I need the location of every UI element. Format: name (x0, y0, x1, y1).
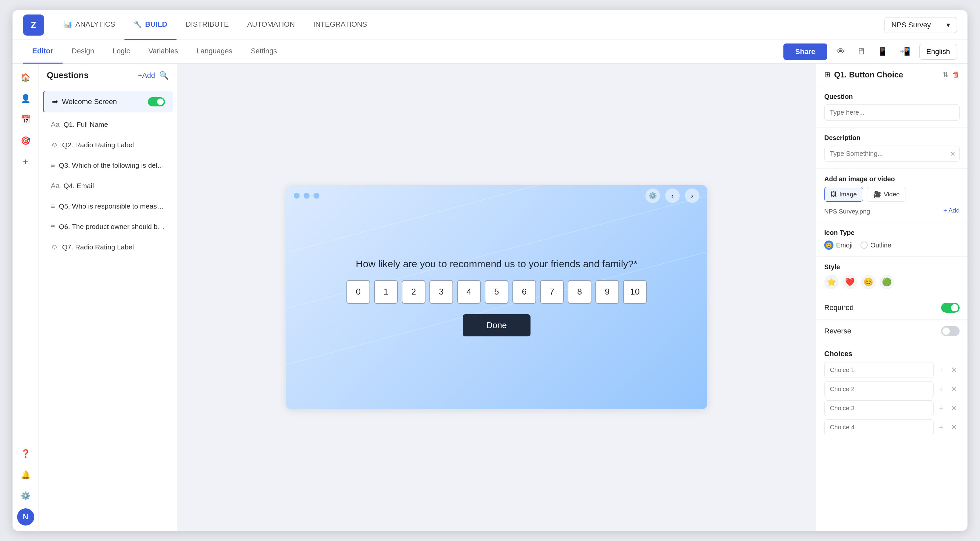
nav-distribute[interactable]: DISTRIBUTE (177, 10, 238, 40)
choice-3-input[interactable] (824, 400, 934, 416)
desktop-icon[interactable]: 🖥 (854, 44, 868, 59)
preview-eye-icon[interactable]: 👁 (834, 44, 848, 59)
nps-8[interactable]: 8 (568, 280, 592, 304)
nps-6[interactable]: 6 (512, 280, 536, 304)
choice-3-add-icon[interactable]: + (936, 403, 946, 414)
list-item[interactable]: Aa Q4. Email (43, 176, 173, 195)
list-item[interactable]: ≡ Q3. Which of the following is deliv... (43, 156, 173, 175)
choice-1-add-icon[interactable]: + (936, 364, 946, 376)
canvas-area: ⚙️ ‹ › How likely are you to recommend u… (177, 64, 816, 531)
top-nav: Z 📊 ANALYTICS 🔧 BUILD DISTRIBUTE AUTOMAT… (13, 10, 967, 40)
description-input-wrapper: ✕ (824, 146, 959, 162)
search-button[interactable]: 🔍 (159, 71, 169, 80)
add-file-button[interactable]: + Add (943, 206, 959, 215)
preview-settings-icon[interactable]: ⚙️ (646, 188, 660, 203)
nps-5[interactable]: 5 (485, 280, 508, 304)
panel-sort-icon[interactable]: ⇅ (942, 70, 948, 79)
description-input[interactable] (824, 146, 959, 162)
nav-integrations[interactable]: INTEGRATIONS (304, 10, 376, 40)
sidebar-item-calendar[interactable]: 📅 (17, 111, 34, 128)
sidebar-item-target[interactable]: 🎯 (17, 132, 34, 149)
nav-integrations-label: INTEGRATIONS (313, 20, 367, 29)
nav-automation[interactable]: AUTOMATION (238, 10, 304, 40)
choice-2-add-icon[interactable]: + (936, 383, 946, 395)
reverse-row: Reverse (824, 326, 959, 336)
sidebar-item-home[interactable]: 🏠 (17, 69, 34, 86)
sidebar-item-help[interactable]: ❓ (17, 445, 34, 462)
nav-analytics[interactable]: 📊 ANALYTICS (55, 10, 124, 40)
style-heart[interactable]: ❤️ (843, 275, 857, 289)
choices-section: Choices + ✕ + ✕ + ✕ + (816, 343, 967, 445)
clear-description-icon[interactable]: ✕ (950, 150, 956, 158)
preview-forward-icon[interactable]: › (685, 188, 700, 203)
panel-delete-icon[interactable]: 🗑 (952, 70, 959, 79)
media-label: Add an image or video (824, 175, 959, 183)
list-item[interactable]: ☺ Q7. Radio Rating Label (43, 238, 173, 257)
mobile-icon[interactable]: 📲 (897, 44, 913, 59)
image-button[interactable]: 🖼 Image (824, 187, 863, 202)
add-question-button[interactable]: +Add (138, 71, 155, 80)
nps-0[interactable]: 0 (347, 280, 370, 304)
nav-build[interactable]: 🔧 BUILD (124, 10, 177, 40)
reverse-toggle[interactable] (941, 326, 959, 336)
sidebar-item-bell[interactable]: 🔔 (17, 466, 34, 484)
nps-4[interactable]: 4 (457, 280, 481, 304)
required-toggle[interactable] (941, 303, 959, 313)
tab-languages[interactable]: Languages (188, 40, 242, 64)
welcome-screen-toggle[interactable] (148, 97, 165, 107)
list-item[interactable]: ≡ Q5. Who is responsible to measure the … (43, 197, 173, 216)
video-button[interactable]: 🎥 Video (867, 187, 906, 202)
survey-name-dropdown[interactable]: NPS Survey ▾ (885, 17, 957, 33)
welcome-screen-item[interactable]: ➡ Welcome Screen (43, 91, 173, 112)
questions-header: Questions +Add 🔍 (39, 64, 177, 87)
required-section: Required (816, 296, 967, 319)
tablet-icon[interactable]: 📱 (875, 44, 891, 59)
question-input[interactable] (824, 104, 959, 121)
choice-2-input[interactable] (824, 381, 934, 397)
nps-1[interactable]: 1 (374, 280, 398, 304)
list-icon-2: ≡ (51, 202, 55, 211)
choice-4-input[interactable] (824, 420, 934, 435)
avatar[interactable]: N (17, 508, 34, 525)
icon-type-section: Icon Type 😊 Emoji Outline (816, 222, 967, 257)
emoji-option[interactable]: 😊 Emoji (824, 241, 853, 250)
choice-1-input[interactable] (824, 362, 934, 378)
style-circle[interactable]: 🟢 (880, 275, 894, 289)
tab-logic[interactable]: Logic (103, 40, 139, 64)
preview-back-icon[interactable]: ‹ (665, 188, 680, 203)
list-item[interactable]: ≡ Q6. The product owner should be... (43, 217, 173, 236)
done-button[interactable]: Done (463, 314, 530, 337)
choice-2-remove-icon[interactable]: ✕ (948, 383, 959, 395)
tab-editor[interactable]: Editor (23, 40, 62, 64)
sidebar-item-add[interactable]: + (17, 153, 34, 170)
required-row: Required (824, 303, 959, 313)
list-item[interactable]: Aa Q1. Full Name (43, 115, 173, 134)
style-star[interactable]: ⭐ (824, 275, 839, 289)
tab-design[interactable]: Design (62, 40, 103, 64)
list-item[interactable]: ☺ Q2. Radio Rating Label (43, 136, 173, 155)
nps-2[interactable]: 2 (402, 280, 425, 304)
outline-option[interactable]: Outline (861, 241, 891, 249)
choice-4-add-icon[interactable]: + (936, 422, 946, 433)
tab-settings[interactable]: Settings (242, 40, 286, 64)
reverse-label: Reverse (824, 327, 851, 335)
choice-row-1: + ✕ (824, 362, 959, 378)
nps-3[interactable]: 3 (430, 280, 453, 304)
video-icon: 🎥 (873, 190, 881, 198)
choice-1-remove-icon[interactable]: ✕ (948, 364, 959, 376)
nps-7[interactable]: 7 (540, 280, 564, 304)
choices-label: Choices (824, 349, 959, 358)
nps-9[interactable]: 9 (595, 280, 619, 304)
choice-4-remove-icon[interactable]: ✕ (948, 422, 959, 433)
style-smiley[interactable]: 😊 (861, 275, 876, 289)
choice-3-remove-icon[interactable]: ✕ (948, 403, 959, 414)
welcome-screen-label: Welcome Screen (62, 97, 117, 106)
sidebar-item-user[interactable]: 👤 (17, 90, 34, 107)
language-button[interactable]: English (920, 44, 957, 60)
nps-10[interactable]: 10 (623, 280, 647, 304)
style-section: Style ⭐ ❤️ 😊 🟢 (816, 257, 967, 296)
tab-variables[interactable]: Variables (139, 40, 188, 64)
sidebar-item-settings[interactable]: ⚙️ (17, 487, 34, 504)
preview-controls: ⚙️ ‹ › (646, 188, 700, 203)
share-button[interactable]: Share (783, 43, 827, 60)
